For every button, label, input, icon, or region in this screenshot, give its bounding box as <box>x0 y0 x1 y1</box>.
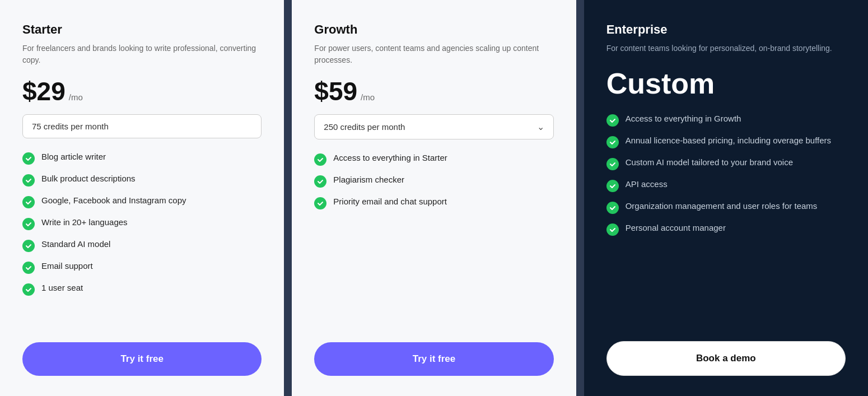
feature-label: Personal account manager <box>626 223 726 232</box>
check-icon <box>22 262 35 274</box>
growth-credits-text: 250 credits per month <box>324 122 405 132</box>
check-icon <box>606 223 619 236</box>
check-icon <box>22 196 35 208</box>
feature-label: API access <box>626 179 668 189</box>
feature-label: Organization management and user roles f… <box>626 201 818 211</box>
feature-label: Custom AI model tailored to your brand v… <box>626 157 793 167</box>
starter-price-row: $29 /mo <box>22 78 262 104</box>
divider-2 <box>576 0 584 396</box>
feature-label: Email support <box>41 261 93 271</box>
feature-label: Google, Facebook and Instagram copy <box>41 195 186 205</box>
pricing-container: Starter For freelancers and brands looki… <box>0 0 868 396</box>
growth-credits-dropdown[interactable]: 250 credits per month ⌄ <box>314 114 553 139</box>
list-item: Organization management and user roles f… <box>606 201 846 214</box>
feature-label: Standard AI model <box>41 239 110 249</box>
starter-features-list: Blog article writer Bulk product descrip… <box>22 152 262 324</box>
check-icon <box>22 218 35 230</box>
enterprise-plan-name: Enterprise <box>606 22 846 37</box>
list-item: Plagiarism checker <box>314 175 553 188</box>
list-item: Blog article writer <box>22 152 262 165</box>
list-item: Access to everything in Starter <box>314 153 553 166</box>
starter-cta-button[interactable]: Try it free <box>22 342 262 376</box>
feature-label: Bulk product descriptions <box>41 174 136 183</box>
list-item: Bulk product descriptions <box>22 174 262 187</box>
enterprise-plan-desc: For content teams looking for personaliz… <box>606 43 846 54</box>
list-item: Write in 20+ languages <box>22 217 262 230</box>
check-icon <box>314 175 326 188</box>
check-icon <box>606 114 619 127</box>
starter-price-period: /mo <box>69 92 83 102</box>
list-item: Personal account manager <box>606 223 846 236</box>
check-icon <box>606 202 619 214</box>
chevron-down-icon: ⌄ <box>537 122 544 132</box>
growth-plan-name: Growth <box>314 22 553 37</box>
list-item: Priority email and chat support <box>314 197 553 209</box>
divider-1 <box>284 0 292 396</box>
check-icon <box>314 197 326 209</box>
check-icon <box>22 152 35 165</box>
feature-label: Plagiarism checker <box>333 175 404 184</box>
enterprise-cta-button[interactable]: Book a demo <box>606 341 846 376</box>
feature-label: Write in 20+ languages <box>41 217 128 227</box>
feature-label: 1 user seat <box>41 283 83 292</box>
growth-price-period: /mo <box>361 92 375 102</box>
list-item: Standard AI model <box>22 239 262 252</box>
growth-plan-card: Growth For power users, content teams an… <box>292 0 576 396</box>
check-icon <box>22 240 35 252</box>
growth-price-amount: $59 <box>314 78 357 104</box>
starter-plan-desc: For freelancers and brands looking to wr… <box>22 43 262 66</box>
check-icon <box>606 136 619 148</box>
check-icon <box>314 153 326 166</box>
feature-label: Priority email and chat support <box>333 197 447 206</box>
feature-label: Access to everything in Starter <box>333 153 447 162</box>
list-item: Annual licence-based pricing, including … <box>606 136 846 148</box>
enterprise-price-custom: Custom <box>606 67 846 100</box>
feature-label: Access to everything in Growth <box>626 114 741 123</box>
list-item: Custom AI model tailored to your brand v… <box>606 157 846 170</box>
check-icon <box>606 180 619 192</box>
starter-credits-text: 75 credits per month <box>32 122 109 131</box>
feature-label: Annual licence-based pricing, including … <box>626 136 831 145</box>
check-icon <box>606 158 619 170</box>
starter-plan-card: Starter For freelancers and brands looki… <box>0 0 284 396</box>
enterprise-features-list: Access to everything in Growth Annual li… <box>606 114 846 323</box>
list-item: 1 user seat <box>22 283 262 296</box>
check-icon <box>22 174 35 187</box>
check-icon <box>22 283 35 296</box>
list-item: API access <box>606 179 846 192</box>
feature-label: Blog article writer <box>41 152 106 161</box>
starter-credits-display: 75 credits per month <box>22 114 262 138</box>
growth-cta-button[interactable]: Try it free <box>314 342 553 376</box>
list-item: Access to everything in Growth <box>606 114 846 127</box>
growth-features-list: Access to everything in Starter Plagiari… <box>314 153 553 324</box>
growth-plan-desc: For power users, content teams and agenc… <box>314 43 553 66</box>
starter-plan-name: Starter <box>22 22 262 37</box>
starter-price-amount: $29 <box>22 78 66 104</box>
list-item: Email support <box>22 261 262 274</box>
growth-price-row: $59 /mo <box>314 78 553 104</box>
enterprise-plan-card: Enterprise For content teams looking for… <box>584 0 868 396</box>
list-item: Google, Facebook and Instagram copy <box>22 195 262 208</box>
